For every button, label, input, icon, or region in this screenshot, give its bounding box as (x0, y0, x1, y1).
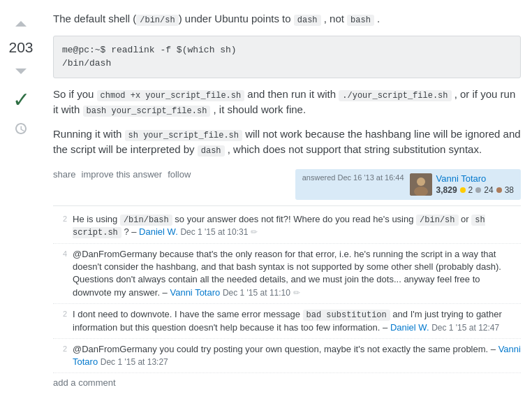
avatar (410, 173, 432, 196)
comment-1-author[interactable]: Daniel W. (139, 226, 178, 237)
vote-count: 203 (8, 39, 33, 56)
user-name-link[interactable]: Vanni Totaro (436, 173, 514, 184)
user-reputation: 3,829 2 24 38 (436, 185, 514, 195)
history-button[interactable] (8, 116, 34, 141)
code-dash: dash (294, 15, 321, 26)
comments-section: 2 He is using /bin/bash so your answer d… (53, 205, 521, 393)
code-bin-sh-1: /bin/sh (136, 15, 178, 26)
comment-3-vote[interactable]: 2 (53, 308, 67, 319)
answer-footer: share improve this answer follow answere… (53, 169, 521, 200)
improve-answer-link[interactable]: improve this answer (82, 169, 163, 180)
upvote-button[interactable] (8, 11, 34, 36)
comment-1-code2: /bin/sh (416, 215, 458, 226)
code-dash-2: dash (198, 145, 225, 157)
comment-1-edit-icon[interactable]: ✏ (251, 227, 258, 237)
comment-3-code1: bad substitution (303, 310, 390, 321)
comment-4: 2 @DanFromGermany you could try posting … (53, 339, 521, 373)
comment-3-body: I dont need to downvote. I have the same… (73, 308, 521, 334)
comment-3-author[interactable]: Daniel W. (390, 322, 429, 333)
comment-2-edit-icon[interactable]: ✏ (293, 288, 300, 298)
comment-1: 2 He is using /bin/bash so your answer d… (53, 209, 521, 245)
user-info: answered Dec 16 '13 at 16:44 (302, 173, 404, 182)
comment-2-time: Dec 1 '15 at 11:10 (223, 288, 290, 298)
gold-badge-count: 2 (468, 185, 473, 195)
gold-badge-icon (460, 187, 466, 193)
rep-count: 3,829 (436, 185, 457, 195)
comment-4-body: @DanFromGermany you could try posting yo… (73, 343, 521, 368)
answer-body: The default shell (/bin/sh) under Ubuntu… (42, 11, 532, 392)
share-link[interactable]: share (53, 169, 76, 180)
silver-badge-icon (475, 187, 481, 193)
answered-label: answered (302, 173, 336, 182)
follow-link[interactable]: follow (168, 169, 191, 180)
code-sh-run: sh your_script_file.sh (125, 130, 242, 141)
comment-4-vote[interactable]: 2 (53, 343, 67, 354)
add-comment-link[interactable]: add a comment (53, 377, 116, 388)
comment-1-code1: /bin/bash (120, 215, 172, 226)
answer: 203 ✓ The default shell (/bin/sh) under … (0, 0, 532, 403)
comment-3: 2 I dont need to downvote. I have the sa… (53, 304, 521, 339)
code-block-readlink: me@pc:~$ readlink -f $(which sh) /bin/da… (53, 36, 521, 78)
comment-1-vote[interactable]: 2 (53, 213, 67, 224)
add-comment-section: add a comment (53, 373, 521, 392)
code-bash-1: bash (347, 15, 374, 26)
code-bash-run: bash your_script_file.sh (83, 106, 211, 117)
comment-2-author[interactable]: Vanni Totaro (170, 287, 220, 298)
comment-2: 4 @DanFromGermany because that's the onl… (53, 244, 521, 304)
comment-2-vote[interactable]: 4 (53, 248, 67, 259)
paragraph-2: So if you chmod +x your_script_file.sh a… (53, 87, 521, 118)
paragraph-1: The default shell (/bin/sh) under Ubuntu… (53, 11, 521, 27)
code-chmod: chmod +x your_script_file.sh (97, 90, 245, 101)
user-details: Vanni Totaro 3,829 2 24 38 (436, 173, 514, 195)
comment-2-body: @DanFromGermany because that's the only … (73, 248, 521, 299)
comment-3-time: Dec 1 '15 at 12:47 (431, 323, 499, 333)
bronze-badge-icon (496, 187, 502, 193)
answered-time: Dec 16 '13 at 16:44 (338, 173, 404, 182)
user-card: answered Dec 16 '13 at 16:44 Vanni Totar… (295, 169, 521, 200)
downvote-button[interactable] (8, 59, 34, 84)
silver-badge-count: 24 (484, 185, 493, 195)
comment-1-body: He is using /bin/bash so your answer doe… (73, 213, 521, 240)
bronze-badge-count: 38 (505, 185, 514, 195)
code-dotslash: ./your_script_file.sh (339, 90, 451, 101)
answer-actions: share improve this answer follow (53, 169, 191, 180)
answer-text: The default shell (/bin/sh) under Ubuntu… (53, 11, 521, 158)
comment-1-time: Dec 1 '15 at 10:31 (180, 227, 248, 237)
svg-point-1 (417, 178, 425, 186)
vote-section: 203 ✓ (0, 11, 42, 392)
comment-4-time: Dec 1 '15 at 13:27 (101, 357, 168, 367)
accepted-checkmark: ✓ (13, 89, 30, 110)
paragraph-3: Running it with sh your_script_file.sh w… (53, 126, 521, 158)
